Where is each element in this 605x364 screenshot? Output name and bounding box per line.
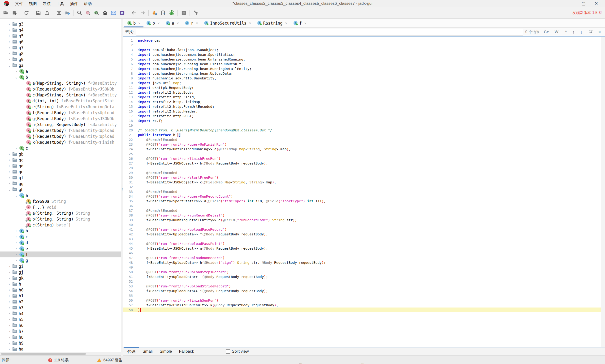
chevron-icon[interactable]: ⌄ bbox=[6, 64, 13, 67]
menu-item-视图[interactable]: 视图 bbox=[26, 0, 40, 7]
editor-tab-r[interactable]: cr✕ bbox=[182, 19, 201, 27]
tree-item-c[interactable]: ›Ic bbox=[0, 145, 121, 151]
tree-item-ga[interactable]: ⌄ga bbox=[0, 62, 121, 68]
code-line-40[interactable]: 40 bbox=[123, 222, 601, 227]
code-line-11[interactable]: 11import okhttp3.RequestBody; bbox=[123, 85, 601, 90]
mappings-icon[interactable]: M bbox=[118, 9, 126, 17]
code-line-54[interactable]: 54 f<BaseEntity<UploadData>> j(@Body Req… bbox=[123, 289, 601, 293]
search-input[interactable] bbox=[136, 29, 523, 36]
tree-item-gg[interactable]: ›gg bbox=[0, 181, 121, 186]
tree-item-g6[interactable]: ›g6 bbox=[0, 39, 121, 45]
search-options-icon[interactable] bbox=[587, 29, 594, 35]
save-all-icon[interactable] bbox=[34, 9, 42, 17]
tree-item-b[interactable]: ›cb bbox=[0, 228, 121, 234]
code-line-33[interactable]: 33 @FormUrlEncoded bbox=[123, 189, 601, 194]
code-line-10[interactable]: 10import java.util.Map; bbox=[123, 81, 601, 85]
code-line-35[interactable]: 35 f<BaseEntity<SportStatics>> d(@Field(… bbox=[123, 199, 601, 204]
code-line-49[interactable]: 49 bbox=[123, 265, 601, 270]
tree-item-h(String, RequestBody)[interactable]: mh(String, RequestBody)f<BaseEntity bbox=[0, 121, 121, 127]
back-icon[interactable] bbox=[130, 9, 138, 17]
editor-tab-b[interactable]: Ib✕ bbox=[124, 19, 143, 27]
code-line-38[interactable]: 38 @POST("run-front/run/runRecordDetail"… bbox=[123, 213, 601, 218]
view-tab-代码[interactable]: 代码 bbox=[124, 348, 139, 355]
chevron-icon[interactable]: › bbox=[13, 229, 19, 233]
log-viewer-icon[interactable] bbox=[179, 9, 188, 17]
close-search-button[interactable]: × bbox=[597, 30, 602, 35]
editor-tab-R$string[interactable]: cR$string✕ bbox=[254, 19, 290, 27]
tree-item-e[interactable]: ›ce bbox=[0, 246, 121, 251]
class-search-icon[interactable] bbox=[92, 9, 101, 17]
view-tab-Fallback[interactable]: Fallback bbox=[175, 348, 197, 355]
code-vertical-scrollbar[interactable] bbox=[601, 37, 605, 347]
error-count[interactable]: 119 错误 bbox=[54, 358, 68, 363]
tree-item-f59690a[interactable]: ff59690aString bbox=[0, 198, 121, 204]
view-tab-Smali[interactable]: Smali bbox=[139, 348, 156, 355]
code-line-45[interactable]: 45 f<BaseEntity<JSONObject>> g(@Body Req… bbox=[123, 246, 601, 251]
chevron-icon[interactable]: › bbox=[6, 164, 13, 168]
menu-item-插件[interactable]: 插件 bbox=[67, 0, 81, 7]
chevron-icon[interactable]: ⌄ bbox=[6, 188, 13, 191]
open-folder-icon[interactable] bbox=[1, 9, 10, 17]
code-line-5[interactable]: 5import com.huachenjie.common.bean.Unfin… bbox=[123, 57, 601, 62]
tree-item-ge[interactable]: ›ge bbox=[0, 169, 121, 175]
chevron-icon[interactable]: › bbox=[6, 282, 13, 286]
whole-word-button[interactable]: W bbox=[553, 30, 560, 35]
chevron-icon[interactable]: › bbox=[6, 182, 13, 185]
code-line-55[interactable]: 55 bbox=[123, 293, 601, 298]
tree-item-a(Map<String, String>)[interactable]: ma(Map<String, String>)f<BaseEntity bbox=[0, 80, 121, 86]
tree-item-ha[interactable]: ›ha bbox=[0, 346, 121, 352]
code-line-7[interactable]: 7import com.huachenjie.running.bean.Runn… bbox=[123, 66, 601, 71]
code-pane[interactable]: 1package ga;23import com.alibaba.fastjso… bbox=[123, 37, 601, 347]
code-line-23[interactable]: 23 @POST("run-front/run/queryUnFinishRun… bbox=[123, 142, 601, 147]
text-search-icon[interactable] bbox=[84, 9, 92, 17]
code-line-37[interactable]: 37 @FormUrlEncoded bbox=[123, 208, 601, 213]
code-line-24[interactable]: 24 f<BaseEntity<UnfinishedRunning>> a(@F… bbox=[123, 147, 601, 152]
tree-item-h7[interactable]: ›h7 bbox=[0, 328, 121, 334]
code-line-25[interactable]: 25 bbox=[123, 152, 601, 156]
code-line-18[interactable]: 18import rx.f; bbox=[123, 118, 601, 123]
chevron-icon[interactable]: › bbox=[6, 347, 13, 351]
code-line-6[interactable]: 6import com.huachenjie.running.bean.Fini… bbox=[123, 62, 601, 66]
chevron-icon[interactable]: › bbox=[6, 40, 13, 43]
chevron-icon[interactable]: › bbox=[6, 312, 13, 315]
chevron-icon[interactable]: › bbox=[6, 158, 13, 162]
chevron-icon[interactable]: › bbox=[6, 46, 13, 49]
chevron-icon[interactable]: › bbox=[13, 253, 19, 256]
code-line-34[interactable]: 34 @POST("run-front/run/queryRunRecordCo… bbox=[123, 194, 601, 199]
preferences-icon[interactable] bbox=[192, 9, 200, 17]
chevron-icon[interactable]: › bbox=[6, 276, 13, 280]
find-next-button[interactable]: ↓ bbox=[579, 29, 584, 35]
code-line-39[interactable]: 39 f<BaseEntity<RunningDetailEntity>> e(… bbox=[123, 218, 601, 222]
view-tab-Simple[interactable]: Simple bbox=[156, 348, 176, 355]
code-line-30[interactable]: 30 @POST("run-front/run/startFreeRun") bbox=[123, 175, 601, 180]
chevron-icon[interactable]: › bbox=[6, 52, 13, 55]
code-line-56[interactable]: 56 @POST("run-front/run/finishSunRun") bbox=[123, 298, 601, 303]
code-line-19[interactable]: 19 bbox=[123, 123, 601, 128]
tab-close-icon[interactable]: ✕ bbox=[158, 21, 160, 25]
maximize-button[interactable]: ▢ bbox=[578, 0, 589, 7]
tree-item-h1[interactable]: ›h1 bbox=[0, 293, 121, 299]
code-line-47[interactable]: 47 @POST("run-front/run/uploadRunRecord"… bbox=[123, 256, 601, 260]
menu-item-文件[interactable]: 文件 bbox=[12, 0, 26, 7]
terminal-icon[interactable] bbox=[109, 9, 118, 17]
tree-item-h3[interactable]: ›h3 bbox=[0, 305, 121, 311]
tab-close-icon[interactable]: ✕ bbox=[138, 21, 140, 25]
code-line-22[interactable]: 22 @FormUrlEncoded bbox=[123, 137, 601, 142]
tree-item-a[interactable]: ›Ia bbox=[0, 68, 121, 74]
tree-item-b(String, String)[interactable]: mb(String, String)String bbox=[0, 216, 121, 222]
tree-item-h2[interactable]: ›h2 bbox=[0, 299, 121, 305]
code-line-42[interactable]: 42 f<BaseEntity<UploadData>> f(@Body Req… bbox=[123, 232, 601, 237]
split-view-toggle[interactable]: Split view bbox=[226, 348, 249, 355]
tree-item-gh[interactable]: ⌄gh bbox=[0, 186, 121, 192]
code-line-57[interactable]: 57 f<BaseEntity<FinishRunResult>> k(@Bod… bbox=[123, 303, 601, 308]
chevron-icon[interactable]: › bbox=[13, 247, 19, 250]
chevron-icon[interactable]: › bbox=[6, 318, 13, 321]
code-line-28[interactable]: 28 bbox=[123, 166, 601, 170]
tree-item-gk[interactable]: ›gk bbox=[0, 275, 121, 281]
find-previous-button[interactable]: ↑ bbox=[571, 29, 576, 35]
code-line-8[interactable]: 8import com.huachenjie.running.bean.Uplo… bbox=[123, 71, 601, 76]
tree-item-h8[interactable]: ›h8 bbox=[0, 334, 121, 340]
tree-item-j(RequestBody)[interactable]: mj(RequestBody)f<BaseEntity<Upload bbox=[0, 133, 121, 139]
chevron-icon[interactable]: › bbox=[6, 170, 13, 173]
chevron-icon[interactable]: › bbox=[6, 306, 13, 309]
